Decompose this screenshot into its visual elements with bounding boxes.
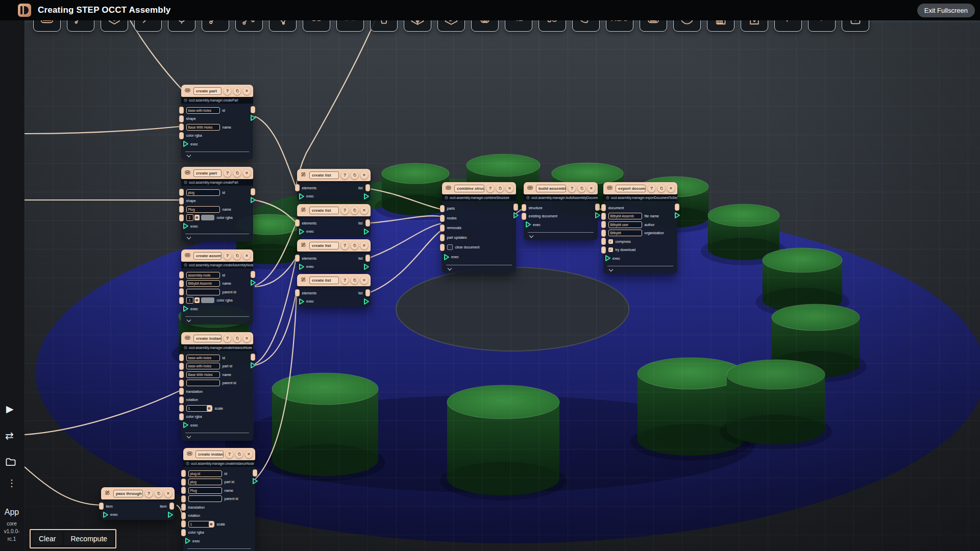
copy-icon[interactable]: [351, 242, 358, 249]
text-input[interactable]: Bitbybit: [608, 230, 642, 236]
copy-icon[interactable]: [233, 335, 241, 342]
input-socket[interactable]: [179, 123, 184, 131]
swap-arrows-button[interactable]: ⇄: [5, 430, 14, 442]
node-header[interactable]: build assembly d?×: [524, 182, 598, 194]
node-create-instance-node-2[interactable]: create instance n?×occt.assembly.manager…: [183, 448, 255, 551]
input-socket[interactable]: [179, 371, 184, 378]
close-icon[interactable]: ×: [164, 490, 172, 497]
exec-in-icon[interactable]: [182, 223, 187, 229]
close-icon[interactable]: ×: [360, 277, 368, 284]
text-input[interactable]: Plug: [188, 487, 222, 494]
input-socket[interactable]: [179, 206, 184, 213]
exec-out-icon[interactable]: [363, 298, 368, 305]
exec-out-icon[interactable]: [251, 362, 256, 368]
exec-in-icon[interactable]: [182, 306, 187, 312]
exec-out-icon[interactable]: [251, 115, 256, 121]
stepper-icon[interactable]: ▦: [209, 521, 214, 527]
node-header[interactable]: create list?×: [297, 274, 371, 286]
exec-in-icon[interactable]: [182, 422, 187, 428]
help-button[interactable]: ?: [224, 87, 231, 95]
node-header[interactable]: pass through?×: [101, 487, 175, 499]
close-icon[interactable]: ×: [243, 335, 251, 342]
copy-icon[interactable]: [235, 450, 243, 458]
text-input[interactable]: assembly-node: [186, 272, 220, 279]
input-socket[interactable]: [179, 115, 184, 122]
input-socket[interactable]: [440, 234, 445, 241]
output-socket[interactable]: [365, 289, 370, 296]
exec-out-icon[interactable]: [363, 229, 368, 235]
exec-in-icon[interactable]: [184, 538, 189, 544]
text-input[interactable]: base-with-holes: [186, 363, 220, 369]
node-build-assembly-document[interactable]: build assembly d?×occt.assembly.manager.…: [524, 182, 598, 240]
input-socket[interactable]: [181, 470, 186, 477]
input-socket[interactable]: [522, 204, 526, 211]
output-socket[interactable]: [365, 184, 370, 191]
close-icon[interactable]: ×: [243, 169, 251, 177]
text-input[interactable]: base-with-holes: [186, 355, 220, 361]
exit-fullscreen-button[interactable]: Exit Fullscreen: [917, 4, 975, 17]
node-header[interactable]: create list?×: [297, 239, 371, 252]
output-socket[interactable]: [675, 204, 679, 211]
recompute-button[interactable]: Recompute: [64, 532, 113, 545]
input-socket[interactable]: [295, 184, 300, 191]
input-socket[interactable]: [179, 288, 184, 295]
input-socket[interactable]: [181, 529, 186, 536]
help-button[interactable]: ?: [226, 450, 233, 458]
input-socket[interactable]: [179, 297, 184, 304]
close-icon[interactable]: ×: [243, 87, 251, 95]
exec-out-icon[interactable]: [513, 212, 519, 218]
text-input[interactable]: Bitbybit user: [608, 221, 642, 228]
node-create-list-1[interactable]: create list?×elementslistexec: [297, 169, 371, 202]
help-button[interactable]: ?: [486, 185, 494, 192]
text-input[interactable]: [188, 495, 222, 502]
close-icon[interactable]: ×: [360, 242, 368, 249]
play-button[interactable]: ▶: [6, 403, 14, 415]
collapse-chevron-icon[interactable]: [187, 153, 191, 157]
input-socket[interactable]: [181, 512, 186, 519]
node-create-part-2[interactable]: create part?×occt.assembly.manager.creat…: [181, 167, 253, 242]
close-icon[interactable]: ×: [506, 185, 513, 192]
text-input[interactable]: Bitbybit Assemb: [186, 280, 220, 287]
input-socket[interactable]: [179, 388, 184, 395]
input-socket[interactable]: [601, 204, 606, 211]
color-swatch[interactable]: [201, 215, 214, 220]
copy-icon[interactable]: [578, 185, 585, 192]
node-create-instance-node-1[interactable]: create instance n?×occt.assembly.manager…: [181, 332, 253, 441]
help-button[interactable]: ?: [341, 171, 349, 179]
input-socket[interactable]: [179, 107, 184, 114]
output-socket[interactable]: [365, 219, 370, 227]
input-socket[interactable]: [295, 255, 300, 262]
input-socket[interactable]: [440, 215, 445, 222]
menu-kebab-button[interactable]: ⋮: [7, 482, 16, 485]
node-header[interactable]: create instance n?×: [181, 332, 253, 344]
text-input[interactable]: Base With Holes: [186, 371, 220, 378]
input-socket[interactable]: [179, 189, 184, 196]
output-socket[interactable]: [251, 188, 255, 195]
stepper-icon[interactable]: ▦: [194, 215, 200, 220]
output-socket[interactable]: [251, 106, 255, 113]
text-input[interactable]: Base With Holes: [186, 124, 220, 131]
input-socket[interactable]: [179, 413, 184, 420]
collapse-chevron-icon[interactable]: [529, 233, 533, 237]
exec-out-icon[interactable]: [595, 212, 600, 218]
close-icon[interactable]: ×: [587, 185, 595, 192]
folder-button[interactable]: [5, 457, 16, 466]
input-socket[interactable]: [179, 396, 184, 404]
input-socket[interactable]: [181, 520, 186, 528]
exec-in-icon[interactable]: [525, 221, 530, 228]
node-header[interactable]: create list?×: [297, 204, 371, 216]
exec-out-icon[interactable]: [251, 197, 256, 203]
node-header[interactable]: create part?×: [181, 167, 253, 179]
help-button[interactable]: ?: [568, 185, 576, 192]
checkbox[interactable]: ✓: [608, 239, 613, 244]
output-socket[interactable]: [365, 255, 370, 262]
output-socket[interactable]: [251, 271, 255, 278]
input-socket[interactable]: [179, 280, 184, 287]
copy-icon[interactable]: [351, 277, 358, 284]
node-header[interactable]: export document?×: [603, 182, 677, 194]
input-socket[interactable]: [179, 405, 184, 412]
checkbox[interactable]: ✓: [608, 247, 613, 252]
output-socket[interactable]: [595, 204, 600, 211]
node-pass-through[interactable]: pass through?×itemitemexec: [101, 487, 175, 520]
node-create-assembly-node[interactable]: create assembly n?×occt.assembly.manager…: [181, 249, 253, 324]
